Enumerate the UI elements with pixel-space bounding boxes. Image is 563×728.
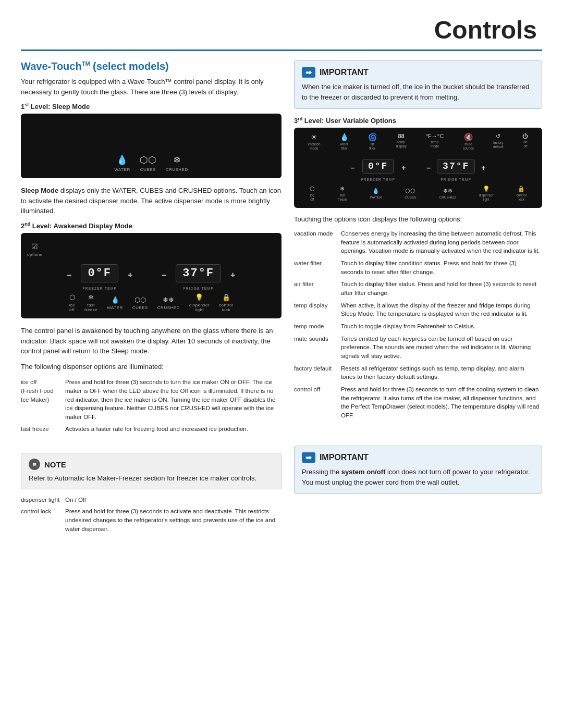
vacation-mode-icon-grp: ☀ vacationmode (308, 133, 320, 151)
factory-icon-grp: ↺ factorydefault (493, 133, 504, 151)
main-content: Wave-TouchTM (select models) Your refrig… (21, 60, 542, 440)
cubes-label: CUBES (140, 167, 156, 172)
awake-mode-panel: ☑ options – 0°F FREEZER TEMP + – 37°F FR… (21, 233, 282, 318)
options-icon: ☑ (31, 242, 38, 251)
note-label: NOTE (44, 460, 66, 469)
ice-off-icon: ⬡ (69, 293, 75, 301)
uop-water: 💧 WATER (370, 188, 382, 200)
fridge-temp-block: 37°F FRIDGE TEMP (176, 260, 221, 290)
level1-heading: 1st Level: Sleep Mode (21, 102, 282, 110)
uop-disp-light-icon: 💡 (483, 186, 490, 192)
uop-ice-off-icon: ⬡ (310, 186, 315, 192)
crushed-icon-group: ❄ CRUSHED (166, 154, 188, 172)
dispenser-light-bottom-row: dispenser light On / Off (21, 495, 282, 507)
water-filter-term: water filter (294, 258, 341, 279)
temp-mode-desc: Touch to toggle display from Fahrenheit … (341, 321, 542, 334)
water-icon: 💧 (116, 154, 128, 166)
water-filter-desc: Touch to display filter condition status… (341, 258, 542, 279)
uop-fridge-label: FRIDGE TEMP (440, 178, 471, 181)
uop-fast-freeze: ❄ fastfreeze (338, 186, 347, 202)
water-filter-icon-grp: 💧 waterfilter (340, 133, 349, 151)
uop-ctrl-lock-lbl: controllock (516, 193, 527, 202)
water-filter-lbl: waterfilter (340, 142, 348, 151)
air-filter-row: air filter Touch to display filter statu… (294, 279, 542, 300)
awake-temps-row: – 0°F FREEZER TEMP + – 37°F FRIDGE TEMP … (27, 260, 275, 290)
water-label2: WATER (107, 305, 123, 310)
ice-off-label: iceoff (69, 303, 75, 312)
factory-lbl: factorydefault (493, 141, 504, 149)
uop-disp-light-lbl: dispenserlight (479, 193, 493, 202)
uop-crushed-icon: ❄❄ (443, 188, 452, 194)
bottom-options-table: dispenser light On / Off control lock Pr… (21, 495, 282, 536)
dispenser-options-table: ice off(Fresh FoodIce Maker) Press and h… (21, 377, 282, 435)
awakened-text1: The control panel is awakened by touchin… (21, 326, 282, 356)
control-lock-bottom-row: control lock Press and hold for three (3… (21, 506, 282, 535)
water-icon-group: 💧 WATER (114, 154, 130, 172)
sleep-mode-panel: 💧 WATER ⬡⬡ CUBES ❄ CRUSHED (21, 114, 282, 178)
awake-bottom-icons: ⬡ iceoff ❄ fastfreeze 💧 WATER ⬡⬡ CUBES ❄… (27, 293, 275, 312)
touching-options-text: Touching the options icon displays the f… (294, 214, 542, 225)
fridge-temp-label: FRIDGE TEMP (183, 287, 214, 290)
vacation-mode-row: vacation mode Conserves energy by increa… (294, 228, 542, 258)
control-lock-icon: 🔒 (222, 293, 230, 301)
uop-freezer-block: 0°F FREEZER TEMP (361, 155, 395, 181)
freezer-temp-label: FREEZER TEMP (82, 287, 117, 290)
cubes-label2: CUBES (132, 305, 148, 310)
uop-disp-light: 💡 dispenserlight (479, 186, 493, 202)
uop-freezer-display: 0°F (362, 159, 394, 174)
uop-bottom-icons: ⬡ iceoff ❄ fastfreeze 💧 WATER ⬡⬡ CUBES ❄… (298, 186, 538, 202)
uop-cubes: ⬡⬡ CUBES (405, 188, 416, 200)
temp-mode-icon: °F→°C (426, 133, 444, 139)
air-filter-lbl: airfilter (369, 142, 375, 151)
intro-text: Your refrigerator is equipped with a Wav… (21, 77, 282, 97)
sleep-mode-text: Sleep Mode displays only the WATER, CUBE… (21, 186, 282, 216)
temp-mode-lbl: tempmode (431, 140, 439, 149)
variable-options-table: vacation mode Conserves energy by increa… (294, 228, 542, 423)
level2-heading: 2nd Level: Awakened Display Mode (21, 221, 282, 230)
freezer-plus: + (128, 270, 132, 280)
fast-freeze-label: fastfreeze (84, 303, 97, 312)
uop-freezer-minus: – (350, 164, 354, 172)
fridge-minus: – (162, 270, 166, 280)
temp-display-desc: When active, it allows the display of th… (341, 300, 542, 321)
air-filter-icon: 🌀 (368, 133, 377, 141)
important1-label: IMPORTANT (320, 68, 369, 77)
cubes-icon-group2: ⬡⬡ CUBES (132, 296, 148, 310)
control-lock-icon-group: 🔒 controllock (219, 293, 234, 312)
important-box-1: ➡ IMPORTANT When the ice maker is turned… (294, 60, 542, 109)
temp-display-lbl: tempdisplay (396, 140, 406, 149)
note-title: ≡ NOTE (29, 459, 274, 470)
user-options-panel: ☀ vacationmode 💧 waterfilter 🌀 airfilter… (294, 128, 542, 207)
water-label: WATER (114, 167, 130, 172)
temp-display-term: temp display (294, 300, 341, 321)
air-filter-icon-grp: 🌀 airfilter (368, 133, 377, 151)
crushed-icon-group2: ❄❄ CRUSHED (157, 296, 180, 310)
important1-text: When the ice maker is turned off, the ic… (302, 82, 534, 102)
vacation-mode-desc: Conserves energy by increasing the time … (341, 228, 542, 258)
uop-fridge-plus: + (481, 164, 485, 172)
cubes-icon: ⬡⬡ (140, 154, 156, 166)
level3-heading: 3rd Level: User Variable Options (294, 116, 542, 125)
important2-text: Pressing the system on/off icon does not… (302, 467, 534, 487)
fast-freeze-icon-group: ❄ fastfreeze (84, 293, 97, 312)
vacation-mode-term: vacation mode (294, 228, 341, 258)
air-filter-desc: Touch to display filter status. Press an… (341, 279, 542, 300)
vacation-icon: ☀ (311, 133, 317, 141)
dispenser-light-bottom-term: dispenser light (21, 495, 65, 507)
cubes-icon-group: ⬡⬡ CUBES (140, 154, 156, 172)
uop-crushed-lbl: CRUSHED (439, 195, 456, 200)
on-off-icon: ⏻ (522, 133, 528, 139)
fast-freeze-term: fast freeze (21, 424, 65, 436)
important2-label: IMPORTANT (320, 453, 369, 462)
uop-ice-off: ⬡ iceoff (310, 186, 315, 202)
uop-water-icon: 💧 (372, 188, 380, 194)
temp-display-icon: 88 (398, 133, 404, 139)
dispenser-light-icon-group: 💡 dispenserlight (189, 293, 210, 312)
water-icon-group2: 💧 WATER (107, 296, 123, 310)
uop-fridge-block: 37°F FRIDGE TEMP (437, 155, 475, 181)
control-lock-bottom-term: control lock (21, 506, 65, 535)
cubes-icon2: ⬡⬡ (134, 296, 146, 304)
uop-ctrl-lock: 🔒 controllock (516, 186, 527, 202)
freezer-temp-block: 0°F FREEZER TEMP (81, 260, 118, 290)
control-off-row: control off Press and hold for three (3)… (294, 384, 542, 423)
